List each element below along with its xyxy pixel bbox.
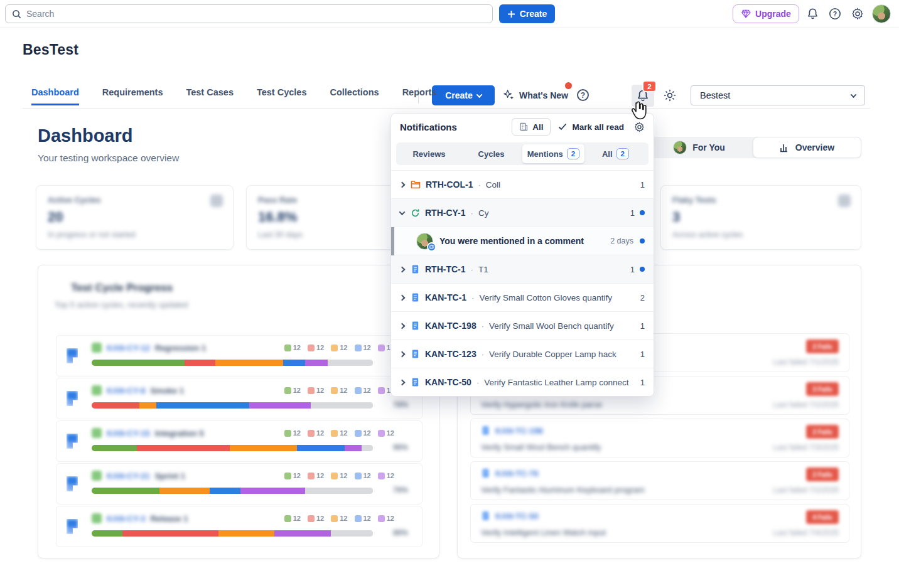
unread-dot — [640, 238, 645, 243]
tab-reviews[interactable]: Reviews — [398, 144, 460, 163]
gem-icon — [741, 9, 751, 18]
notification-count: 2 — [640, 293, 645, 302]
cycle-link[interactable]: KAN-CY-21 — [107, 471, 150, 481]
notification-key: RTH-COL-1 — [426, 179, 473, 190]
page-subtitle: Your testing workspace overview — [38, 152, 179, 164]
cycle-link[interactable]: KAN-CY-12 — [107, 343, 150, 353]
stat-caption: In progress or not started — [48, 230, 222, 239]
mark-all-read-button[interactable]: Mark all read — [558, 122, 624, 132]
stat-card-active-cycles[interactable]: Active Cycles 20 In progress or not star… — [36, 185, 234, 250]
notifications-title: Notifications — [400, 122, 504, 132]
chevron-down-icon — [476, 92, 482, 98]
notification-summary: Verify Small Cotton Gloves quantify — [479, 293, 635, 302]
tab-requirements[interactable]: Requirements — [102, 87, 163, 105]
test-title: Verify Fantastic Aluminum Keyboard progr… — [481, 485, 645, 494]
tab-mentions[interactable]: Mentions2 — [522, 144, 584, 163]
workspace-select[interactable]: Bestest — [691, 85, 865, 105]
notification-summary: T1 — [478, 265, 625, 274]
top-bar: Create Upgrade ? — [0, 0, 899, 28]
progress-percent: 78% — [393, 400, 408, 409]
chevron-right-icon[interactable] — [399, 351, 406, 357]
notification-item[interactable]: KAN-TC-123 · Verify Durable Copper Lamp … — [391, 339, 654, 368]
test-list-item[interactable]: KAN-TC-198 2 Fails Verify Small Wool Ben… — [470, 419, 849, 457]
notification-item[interactable]: RTH-COL-1 · Coll 1 — [391, 170, 654, 198]
cycle-link[interactable]: KAN-CY-8 — [107, 386, 145, 395]
global-create-button[interactable]: Create — [499, 4, 555, 23]
chevron-right-icon[interactable] — [399, 266, 406, 272]
notification-item[interactable]: KAN-TC-1 · Verify Small Cotton Gloves qu… — [391, 283, 654, 311]
cycle-row[interactable]: KAN-CY-12Regression 1 1212121212 84% — [56, 335, 423, 377]
tab-overview[interactable]: Overview — [753, 137, 861, 158]
whats-new-button[interactable]: What's New — [503, 90, 568, 100]
stat-value: 3 — [672, 209, 849, 225]
help-top-icon[interactable]: ? — [828, 7, 842, 21]
test-time: Last failed 7/3/2025 — [773, 443, 839, 452]
tab-collections[interactable]: Collections — [330, 87, 379, 105]
chevron-down-icon[interactable] — [399, 209, 406, 215]
notification-settings-icon[interactable] — [634, 122, 645, 132]
progress-percent: 96% — [393, 443, 408, 452]
cycle-link[interactable]: KAN-CY-3 — [107, 514, 145, 523]
tab-test-cycles[interactable]: Test Cycles — [257, 87, 307, 105]
fail-badge: 2 Fails — [806, 339, 839, 353]
cycle-link[interactable]: KAN-CY-15 — [107, 429, 150, 438]
notification-item[interactable]: KAN-TC-198 · Verify Small Wool Bench qua… — [391, 311, 654, 339]
tab-reports[interactable]: Reports — [402, 87, 437, 105]
unread-dot — [640, 210, 645, 215]
stat-value: 20 — [48, 209, 222, 225]
filter-all-button[interactable]: All — [512, 118, 551, 136]
test-time: Last failed 7/2/2025 — [773, 400, 839, 409]
user-avatar[interactable] — [872, 4, 891, 23]
testcase-icon — [411, 349, 420, 359]
notification-item-expanded[interactable]: RTH-CY-1 · Cy 1 — [391, 198, 654, 227]
panel-scrollbar[interactable] — [391, 227, 394, 255]
mention-notification[interactable]: @ You were mentioned in a comment 2 days — [391, 227, 654, 255]
chevron-right-icon[interactable] — [399, 294, 406, 301]
notification-item[interactable]: RTH-TC-1 · T1 1 — [391, 255, 654, 283]
cycle-row[interactable]: KAN-CY-3Release 1 1212121212 86% — [56, 506, 423, 547]
cycle-name: Regression 1 — [155, 343, 207, 353]
tab-cycles[interactable]: Cycles — [460, 144, 522, 163]
create-dropdown-button[interactable]: Create — [432, 85, 495, 105]
test-title: Verify Intelligent Linen Watch input — [481, 528, 606, 537]
cycle-row[interactable]: KAN-CY-15Integration 5 1212121212 96% — [56, 420, 423, 462]
cycle-stats: 1212121212 — [284, 429, 394, 437]
upgrade-button[interactable]: Upgrade — [733, 4, 799, 23]
tab-all[interactable]: All2 — [584, 144, 647, 163]
help-icon[interactable]: ? — [577, 89, 589, 101]
testcase-icon — [411, 321, 420, 331]
test-time: Last failed 7/2/2025 — [773, 486, 839, 494]
stat-card-right[interactable]: Flaky Tests 3 Across active cycles — [660, 185, 861, 250]
chevron-right-icon[interactable] — [399, 379, 406, 385]
theme-toggle-button[interactable] — [663, 88, 677, 102]
tab-for-you[interactable]: For You — [645, 137, 753, 158]
notification-summary: Cy — [478, 208, 625, 218]
chevron-right-icon[interactable] — [399, 323, 406, 329]
notification-summary: Verify Fantastic Leather Lamp connect — [484, 378, 635, 387]
separator: · — [482, 350, 484, 359]
notifications-top-icon[interactable] — [805, 7, 819, 21]
notification-count: 1 — [640, 180, 645, 190]
search-input[interactable] — [26, 9, 486, 19]
app-title: BesTest — [23, 41, 78, 58]
settings-top-icon[interactable] — [851, 7, 864, 21]
chevron-right-icon[interactable] — [399, 181, 406, 188]
mouse-cursor — [630, 101, 649, 122]
test-time: Last failed 7/1/2025 — [773, 358, 839, 366]
notification-item[interactable]: KAN-TC-50 · Verify Fantastic Leather Lam… — [391, 368, 654, 396]
cycle-row[interactable]: KAN-CY-8Smoke 1 1212121212 78% — [56, 378, 423, 419]
cycle-icon — [411, 208, 420, 218]
notification-key: KAN-TC-50 — [425, 377, 471, 387]
cycle-stats: 1212121212 — [284, 387, 394, 394]
at-mention-icon: @ — [427, 242, 436, 252]
cycle-row[interactable]: KAN-CY-21Sprint 1 1212121212 76% — [56, 463, 423, 505]
test-link[interactable]: KAN-TC-50 — [495, 511, 539, 521]
test-link[interactable]: KAN-TC-76 — [495, 469, 539, 478]
progress-bar — [92, 402, 373, 409]
search-box[interactable] — [5, 4, 493, 23]
test-link[interactable]: KAN-TC-198 — [495, 426, 543, 436]
tab-test-cases[interactable]: Test Cases — [186, 87, 234, 105]
tab-dashboard[interactable]: Dashboard — [31, 87, 79, 105]
test-list-item[interactable]: KAN-TC-50 4 Fails Verify Intelligent Lin… — [470, 504, 849, 543]
test-list-item[interactable]: KAN-TC-76 2 Fails Verify Fantastic Alumi… — [470, 461, 849, 500]
